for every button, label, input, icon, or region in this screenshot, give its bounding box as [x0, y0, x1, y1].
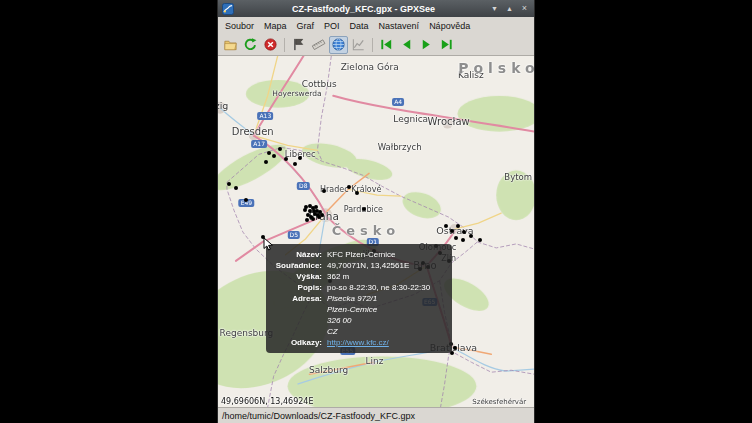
tooltip-field-value: CZ	[327, 326, 444, 337]
toolbar	[218, 34, 534, 56]
tooltip-field-value: 362 m	[327, 271, 444, 282]
road-shield: A13	[258, 112, 274, 120]
next-file-button[interactable]	[417, 36, 436, 54]
map-label-city: Linz	[365, 356, 383, 366]
road-shield: A17	[251, 140, 267, 148]
screen: CZ-Fastfoody_KFC.gpx - GPXSee ▼ ▲ × Soub…	[0, 0, 752, 423]
last-file-button[interactable]	[437, 36, 456, 54]
tooltip-link[interactable]: http://www.kfc.cz/	[327, 337, 444, 348]
close-file-button[interactable]	[261, 36, 280, 54]
map-label-city: Zielona Góra	[341, 62, 399, 72]
menu-npovda[interactable]: Nápověda	[424, 19, 475, 33]
minimize-button[interactable]: ▼	[489, 3, 500, 14]
show-map-globe-icon	[331, 37, 346, 52]
waypoint-dot[interactable]	[453, 346, 457, 350]
tooltip-field-value: 49,70071N, 13,42561E	[327, 260, 444, 271]
waypoint-dot[interactable]	[284, 157, 288, 161]
close-button[interactable]: ×	[519, 3, 530, 14]
tooltip-field-label	[274, 304, 322, 315]
map-label-city: Székesfehérvár	[472, 398, 526, 406]
waypoint-dot[interactable]	[312, 209, 316, 213]
show-graphs-button[interactable]	[349, 36, 368, 54]
overlap-pois-button[interactable]	[309, 36, 328, 54]
window-title: CZ-Fastfoody_KFC.gpx - GPXSee	[238, 4, 489, 14]
waypoint-dot[interactable]	[347, 185, 351, 189]
map-label-city: Leipzig	[218, 100, 228, 111]
tooltip-row: Popis:po-so 8-22:30, ne 8:30-22:30	[274, 282, 444, 293]
map-label-city: Ostrava	[436, 224, 473, 235]
window-controls: ▼ ▲ ×	[489, 3, 530, 14]
menubar: SouborMapaGrafPOIDataNastaveníNápověda	[218, 17, 534, 34]
waypoint-dot[interactable]	[272, 154, 276, 158]
waypoint-dot[interactable]	[306, 213, 310, 217]
toolbar-separator	[284, 38, 285, 52]
waypoint-dot[interactable]	[305, 218, 309, 222]
tooltip-field-value: Plzen-Cernice	[327, 304, 444, 315]
waypoint-dot[interactable]	[267, 151, 271, 155]
waypoint-dot[interactable]	[454, 236, 458, 240]
waypoint-dot[interactable]	[278, 147, 282, 151]
statusbar: /home/tumic/Downloads/CZ-Fastfoody_KFC.g…	[218, 407, 534, 423]
waypoint-dot[interactable]	[264, 160, 268, 164]
road-shield: D5	[288, 231, 300, 239]
waypoint-dot[interactable]	[322, 189, 326, 193]
show-map-button[interactable]	[329, 36, 348, 54]
previous-file-button[interactable]	[397, 36, 416, 54]
tooltip-row: 326 00	[274, 315, 444, 326]
tooltip-field-label: Popis:	[274, 282, 322, 293]
waypoint-dot[interactable]	[456, 224, 460, 228]
last-file-icon	[439, 37, 454, 52]
tooltip-row: Adresa:Pisecka 972/1	[274, 293, 444, 304]
gpxsee-window: CZ-Fastfoody_KFC.gpx - GPXSee ▼ ▲ × Soub…	[217, 0, 535, 423]
waypoint-dot[interactable]	[298, 156, 302, 160]
show-graphs-chart-icon	[351, 37, 366, 52]
waypoint-dot[interactable]	[450, 229, 454, 233]
waypoint-dot[interactable]	[320, 213, 324, 217]
first-file-button[interactable]	[377, 36, 396, 54]
menu-nastaven[interactable]: Nastavení	[374, 19, 425, 33]
cursor-coordinates: 49,69606N, 13,46924E	[221, 397, 313, 406]
poi-flag-icon	[291, 37, 306, 52]
waypoint-dot[interactable]	[478, 238, 482, 242]
tooltip-row: Odkazy:http://www.kfc.cz/	[274, 337, 444, 348]
waypoint-dot[interactable]	[362, 207, 366, 211]
titlebar[interactable]: CZ-Fastfoody_KFC.gpx - GPXSee ▼ ▲ ×	[218, 0, 534, 17]
map-label-city: Wałbrzych	[378, 142, 422, 152]
waypoint-dot[interactable]	[462, 230, 466, 234]
road-shield: D8	[297, 182, 309, 190]
tooltip-row: Souřadnice:49,70071N, 13,42561E	[274, 260, 444, 271]
menu-mapa[interactable]: Mapa	[259, 19, 292, 33]
waypoint-dot[interactable]	[311, 217, 315, 221]
map-label-city: Hoyerswerda	[272, 88, 321, 97]
tooltip-field-label	[274, 315, 322, 326]
map-label-country: Česko	[332, 223, 400, 238]
open-file-button[interactable]	[221, 36, 240, 54]
waypoint-dot[interactable]	[303, 208, 307, 212]
waypoint-dot[interactable]	[355, 191, 359, 195]
waypoint-dot[interactable]	[244, 198, 248, 202]
poi-overlap-ruler-icon	[311, 37, 326, 52]
waypoint-dot[interactable]	[461, 238, 465, 242]
waypoint-dot[interactable]	[469, 234, 473, 238]
menu-poi[interactable]: POI	[319, 19, 345, 33]
waypoint-dot[interactable]	[308, 204, 312, 208]
waypoint-dot[interactable]	[293, 162, 297, 166]
map-label-city: Salzburg	[309, 365, 348, 375]
menu-soubor[interactable]: Soubor	[220, 19, 259, 33]
reload-file-button[interactable]	[241, 36, 260, 54]
waypoint-dot[interactable]	[234, 186, 238, 190]
maximize-button[interactable]: ▲	[504, 3, 515, 14]
show-poi-button[interactable]	[289, 36, 308, 54]
map-label-city: Legnica	[393, 114, 428, 124]
menu-graf[interactable]: Graf	[292, 19, 320, 33]
waypoint-dot[interactable]	[227, 182, 231, 186]
waypoint-dot[interactable]	[444, 224, 448, 228]
tooltip-field-label: Odkazy:	[274, 337, 322, 348]
opened-file-path: /home/tumic/Downloads/CZ-Fastfoody_KFC.g…	[222, 411, 415, 421]
tooltip-field-value: po-so 8-22:30, ne 8:30-22:30	[327, 282, 444, 293]
tooltip-field-label	[274, 326, 322, 337]
menu-data[interactable]: Data	[345, 19, 374, 33]
tooltip-field-label: Výška:	[274, 271, 322, 282]
map-label-city: Bytom	[504, 172, 532, 182]
map-view[interactable]: CottbusZielona GóraKaliszLeipzigHoyerswe…	[218, 56, 534, 407]
